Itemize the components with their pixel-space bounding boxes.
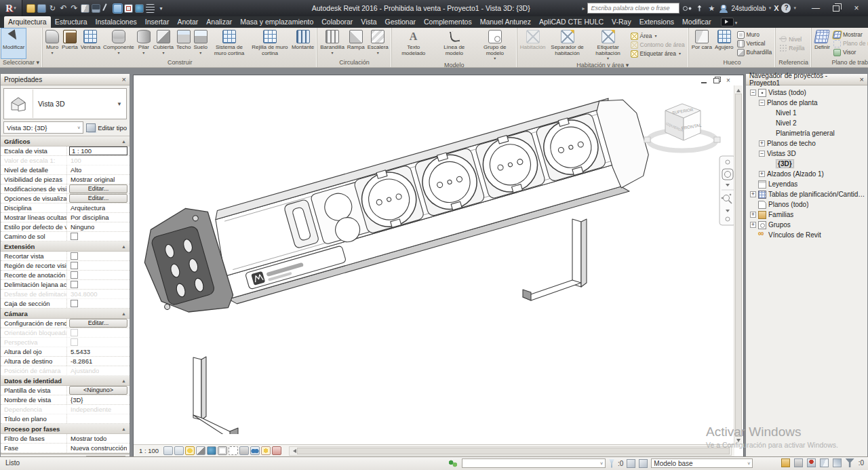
tree-item-familias[interactable]: +Familias	[746, 210, 867, 220]
viewcube[interactable]: SUPERIOR IZQUIERDA FRONTAL	[643, 90, 724, 157]
edit-button[interactable]: Editar...	[69, 319, 127, 328]
collapse-icon[interactable]: ▲	[121, 244, 126, 249]
dimension-icon[interactable]	[92, 4, 100, 13]
worksets-icon[interactable]	[448, 459, 458, 468]
button-grupo-de-modelo[interactable]: Grupo de modelo▾	[475, 28, 515, 61]
scroll-left-icon[interactable]	[290, 449, 297, 453]
edit-button[interactable]: Editar...	[69, 184, 127, 193]
button-mostrar[interactable]: Mostrar	[833, 31, 868, 39]
collapse-icon[interactable]: ▲	[121, 139, 126, 144]
section-extension[interactable]: Extensión▲	[1, 241, 130, 252]
minimize-button[interactable]: —	[806, 1, 826, 16]
drawing-area[interactable]: SUPERIOR IZQUIERDA FRONTAL ×	[133, 75, 744, 457]
qat-menu-icon[interactable]	[157, 4, 165, 13]
tab-analizar[interactable]: Analizar	[202, 16, 236, 28]
close-button[interactable]: ×	[846, 1, 867, 16]
instance-selector[interactable]: Vista 3D: {3D} ˅	[3, 121, 83, 134]
value-text[interactable]: Mostrar todo	[69, 435, 106, 442]
type-selector[interactable]: Vista 3D ▼	[3, 88, 127, 119]
editing-requests-icon[interactable]	[609, 459, 614, 468]
button-linea-de-modelo[interactable]: Línea de modelo	[434, 28, 475, 61]
tree-item-tablas-de-planificacion-cantidades[interactable]: +Tablas de planificación/Cantidades	[746, 189, 867, 199]
tree-item-3d[interactable]: {3D}	[746, 159, 867, 169]
sombras-icon[interactable]	[196, 446, 205, 455]
search-icon[interactable]	[682, 4, 692, 13]
tab-modificar[interactable]: Modificar	[678, 16, 715, 28]
tree-item-grupos[interactable]: +Grupos	[746, 220, 867, 230]
value-text[interactable]: 5.5433	[69, 348, 90, 355]
tree-item-planimetria-general[interactable]: Planimetría general	[746, 128, 867, 138]
sync-icon[interactable]	[48, 4, 57, 13]
edit-button[interactable]: <Ninguno>	[69, 386, 127, 395]
expand-icon[interactable]: +	[759, 171, 765, 177]
button-sistema-de-muro-cortina[interactable]: Sistema de muro cortina	[209, 28, 250, 58]
media-player-icon[interactable]	[721, 18, 734, 26]
button-barandilla[interactable]: Barandilla▾	[319, 28, 346, 58]
thin-lines-icon[interactable]	[146, 4, 155, 13]
scroll-up-icon[interactable]	[734, 85, 743, 93]
application-menu-button[interactable]: R ▾	[0, 0, 22, 16]
default-3d-view-icon[interactable]	[113, 4, 122, 13]
button-techo[interactable]: Techo	[175, 28, 192, 58]
exchange-apps-icon[interactable]: X	[774, 4, 778, 12]
value-input[interactable]: 1 : 100	[69, 146, 127, 155]
active-option-icon[interactable]	[639, 459, 648, 468]
tab-anotar[interactable]: Anotar	[173, 16, 202, 28]
value-text[interactable]: Mostrar original	[69, 176, 115, 183]
tree-item-planos-todo[interactable]: Planos (todo)	[746, 199, 867, 210]
button-cubierta[interactable]: Cubierta▾	[152, 28, 175, 58]
collapse-icon[interactable]: ▲	[121, 378, 126, 383]
nivel-de-detalle-icon[interactable]	[163, 446, 173, 455]
button-texto-modelado[interactable]: Texto modelado	[393, 28, 434, 61]
tab-extensions[interactable]: Extensions	[635, 16, 678, 28]
expand-icon[interactable]: +	[750, 191, 756, 197]
recortar-vista-icon[interactable]	[218, 446, 227, 455]
mostrar-region-recorte-icon[interactable]	[229, 446, 238, 455]
section-datos-de-identidad[interactable]: Datos de identidad▲	[1, 376, 130, 386]
infocenter-toggle-icon[interactable]: ▸	[582, 5, 585, 12]
collapse-icon[interactable]: ▲	[121, 311, 126, 316]
arrastrar-elementos-icon[interactable]	[833, 458, 842, 467]
button-modificar[interactable]: Modificar	[1, 28, 26, 58]
tree-item-vistas-3d[interactable]: −Vistas 3D	[746, 149, 867, 159]
restricciones-icon[interactable]	[272, 446, 281, 455]
signin-icon[interactable]	[719, 4, 728, 13]
checkbox[interactable]	[71, 281, 78, 288]
tab-complementos[interactable]: Complementos	[420, 16, 476, 28]
redo-icon[interactable]	[70, 4, 79, 13]
tree-item-vistas-todo[interactable]: −Vistas (todo)	[746, 87, 867, 98]
vertical-scrollbar[interactable]	[734, 85, 743, 445]
restore-button[interactable]	[826, 1, 846, 16]
value-text[interactable]: {3D}	[69, 396, 83, 404]
subyacentes-seleccionables-icon[interactable]	[794, 458, 803, 467]
value-text[interactable]: Nueva construcción	[69, 444, 127, 452]
vinculos-seleccionables-icon[interactable]	[781, 458, 790, 467]
edit-type-button[interactable]: Editar tipo	[86, 123, 127, 132]
button-rejilla-de-muro-cortina[interactable]: Rejilla de muro cortina	[250, 28, 290, 58]
undo-icon[interactable]	[59, 4, 68, 13]
view-scale-button[interactable]: 1 : 100	[139, 447, 159, 454]
collapse-icon[interactable]: ▲	[121, 427, 126, 431]
collapse-icon[interactable]: −	[759, 100, 765, 106]
filtro-icon[interactable]	[846, 458, 854, 467]
expand-icon[interactable]: +	[750, 212, 756, 218]
button-etiquetar-habitacion[interactable]: Etiquetar habitación▾	[588, 28, 629, 61]
ocultar-aislar-icon[interactable]	[250, 446, 260, 455]
view-restore-button[interactable]	[712, 77, 720, 83]
checkbox[interactable]	[71, 271, 78, 279]
estilo-visual-icon[interactable]	[174, 446, 184, 455]
tab-instalaciones[interactable]: Instalaciones	[91, 16, 140, 28]
button-visor[interactable]: Visor	[833, 49, 868, 56]
tree-item-nivel-1[interactable]: Nivel 1	[746, 108, 867, 118]
render-icon[interactable]	[135, 4, 144, 13]
button-vertical[interactable]: Vertical	[737, 40, 772, 47]
button-escalera[interactable]: Escalera▾	[366, 28, 390, 58]
tab-v-ray[interactable]: V-Ray	[608, 16, 635, 28]
section-icon[interactable]	[124, 4, 133, 13]
tab-estructura[interactable]: Estructura	[51, 16, 92, 28]
checkbox[interactable]	[71, 233, 78, 240]
section-camara[interactable]: Cámara▲	[1, 309, 130, 319]
value-text[interactable]: -8.2861	[69, 357, 92, 365]
collapse-icon[interactable]: −	[750, 90, 756, 96]
design-options-icon[interactable]	[627, 459, 635, 468]
